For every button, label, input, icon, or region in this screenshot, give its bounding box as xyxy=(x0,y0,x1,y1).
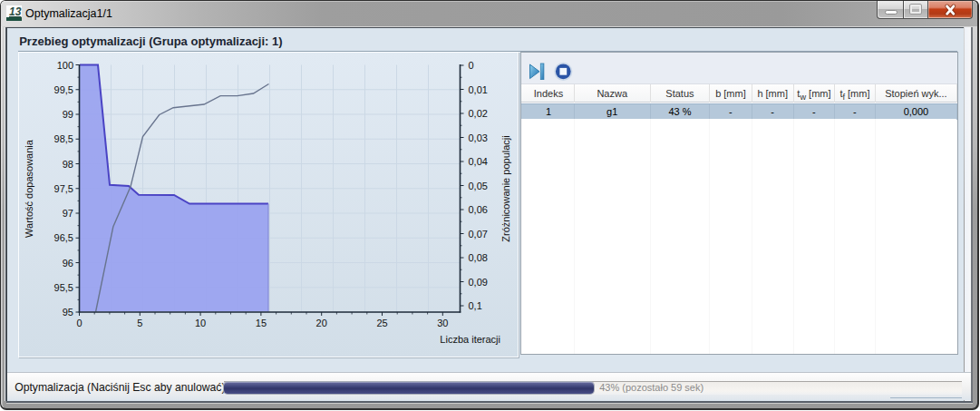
svg-text:0,01: 0,01 xyxy=(469,83,488,94)
svg-text:97,5: 97,5 xyxy=(54,182,73,193)
svg-text:96: 96 xyxy=(63,257,73,268)
svg-text:Wartość dopasowania: Wartość dopasowania xyxy=(24,139,34,238)
svg-text:0: 0 xyxy=(77,318,82,328)
svg-text:Liczba iteracji: Liczba iteracji xyxy=(441,334,501,345)
svg-text:0,03: 0,03 xyxy=(469,132,488,142)
svg-text:0,1: 0,1 xyxy=(469,300,482,311)
svg-text:10: 10 xyxy=(195,318,206,328)
svg-text:0,04: 0,04 xyxy=(469,156,488,167)
svg-text:100: 100 xyxy=(57,59,73,70)
svg-text:0,09: 0,09 xyxy=(469,276,488,287)
svg-text:20: 20 xyxy=(316,318,327,328)
svg-text:0,07: 0,07 xyxy=(469,228,488,239)
svg-text:95: 95 xyxy=(63,307,73,318)
svg-text:25: 25 xyxy=(377,318,388,328)
svg-text:96,5: 96,5 xyxy=(54,232,73,243)
svg-text:99: 99 xyxy=(63,109,73,120)
svg-text:97: 97 xyxy=(63,208,73,219)
svg-text:Zróżnicowanie populacji: Zróżnicowanie populacji xyxy=(500,135,511,241)
svg-text:98: 98 xyxy=(63,158,73,169)
svg-text:99,5: 99,5 xyxy=(54,83,73,94)
svg-text:0,06: 0,06 xyxy=(469,204,488,215)
svg-text:0,02: 0,02 xyxy=(469,108,488,119)
svg-text:5: 5 xyxy=(137,318,142,328)
svg-text:0,08: 0,08 xyxy=(469,252,488,263)
svg-text:0,05: 0,05 xyxy=(469,180,488,191)
svg-text:30: 30 xyxy=(437,318,448,328)
svg-text:0: 0 xyxy=(469,60,474,71)
svg-text:15: 15 xyxy=(256,318,267,328)
svg-text:95,5: 95,5 xyxy=(54,281,73,292)
svg-text:98,5: 98,5 xyxy=(54,133,73,144)
